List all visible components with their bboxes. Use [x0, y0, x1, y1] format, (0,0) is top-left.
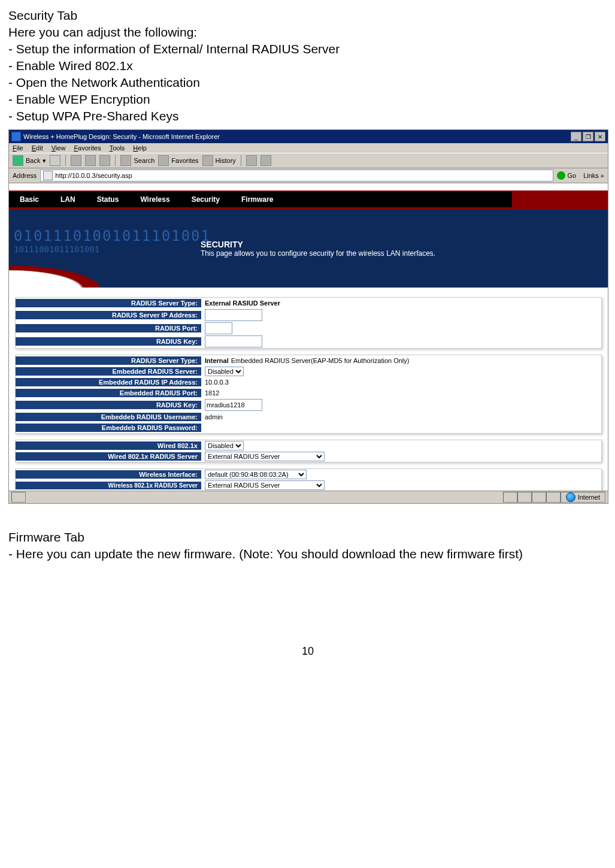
bullet-2: - Enable Wired 802.1x [8, 59, 607, 73]
favorites-button[interactable]: Favorites [158, 155, 198, 166]
wired-8021x-radius-label: Wired 802.1x RADIUS Server [16, 452, 201, 461]
print-button[interactable] [260, 155, 271, 166]
tab-lan[interactable]: LAN [50, 192, 86, 207]
wireless-8021x-radius-label: Wireless 802.1x RADIUS Server [16, 482, 201, 489]
section-heading: Security Tab [8, 8, 607, 23]
back-label: Back [26, 157, 40, 164]
menu-file[interactable]: File [13, 144, 23, 152]
radius-ip-label: RADIUS Server IP Address: [16, 311, 201, 319]
radius-type-label: RADIUS Server Type: [16, 299, 201, 307]
history-icon [202, 155, 213, 166]
search-button[interactable]: Search [120, 155, 154, 166]
emb-radius-key-label: RADIUS Key: [16, 401, 201, 409]
minimize-button[interactable]: _ [571, 132, 581, 141]
emb-radius-key-input[interactable] [205, 399, 262, 411]
hero-digits-2: 10111001011101001 [14, 244, 99, 254]
history-label: History [216, 157, 236, 164]
int-radius-type-label: RADIUS Server Type: [16, 356, 201, 365]
hero-banner: 01011101001011101001 10111001011101001 S… [9, 210, 608, 288]
nav-tabs: Basic LAN Status Wireless Security Firmw… [9, 190, 608, 207]
hero-swoosh [9, 254, 189, 288]
firmware-heading: Firmware Tab [8, 530, 607, 545]
menu-view[interactable]: View [51, 144, 66, 152]
hero-subtitle: This page allows you to configure securi… [201, 249, 435, 258]
favorites-icon [158, 155, 169, 166]
window-title: Wireless + HomePlug Design: Security - M… [23, 133, 220, 140]
tab-wireless[interactable]: Wireless [129, 192, 180, 207]
emb-radius-pass-label: Embeddeb RADIUS Password: [16, 424, 201, 432]
status-zone: Internet [561, 492, 605, 503]
mail-button[interactable] [246, 155, 257, 166]
radius-port-label: RADIUS Port: [16, 324, 201, 332]
emb-radius-ip-value: 10.0.0.3 [201, 378, 601, 386]
status-seg-3 [532, 492, 546, 503]
tab-security[interactable]: Security [181, 192, 231, 207]
wired-8021x-select[interactable]: Disabled [205, 441, 244, 450]
emb-radius-port-value: 1812 [201, 389, 601, 397]
home-button[interactable] [99, 155, 110, 166]
status-seg-2 [517, 492, 532, 503]
search-label: Search [134, 157, 154, 164]
internal-radius-block: RADIUS Server Type: Internal Embedded RA… [15, 355, 602, 434]
emb-radius-server-select[interactable]: Disabled [205, 367, 244, 376]
go-button[interactable]: Go [557, 171, 576, 180]
menu-help[interactable]: Help [133, 144, 147, 152]
forward-button[interactable] [50, 155, 60, 166]
maximize-button[interactable]: ❐ [583, 132, 593, 141]
external-radius-block: RADIUS Server Type: External RASIUD Serv… [15, 297, 602, 349]
links-label: Links [583, 172, 599, 179]
toolbar-sep [65, 155, 66, 166]
status-seg-1 [503, 492, 517, 503]
go-icon [557, 171, 565, 180]
wireless-interface-select[interactable]: default (00:90:4B:08:03:2A) [205, 470, 307, 479]
wired-8021x-label: Wired 802.1x [16, 441, 201, 450]
titlebar: Wireless + HomePlug Design: Security - M… [9, 130, 608, 143]
tab-firmware[interactable]: Firmware [231, 192, 284, 207]
emb-radius-pass-value [201, 427, 601, 428]
wireless-interface-label: Wireless Interface: [16, 470, 201, 479]
status-left [11, 492, 26, 503]
back-button[interactable]: Back ▾ [13, 155, 46, 166]
emb-radius-server-label: Embedded RADIUS Server: [16, 367, 201, 376]
firmware-text: - Here you can update the new firmware. … [8, 547, 607, 561]
bullet-4: - Enable WEP Encryption [8, 92, 607, 107]
address-input[interactable]: http://10.0.0.3/security.asp [40, 170, 553, 182]
ie-icon [11, 132, 21, 141]
emb-radius-user-label: Embeddeb RADIUS Username: [16, 413, 201, 421]
wired-8021x-block: Wired 802.1x Disabled Wired 802.1x RADIU… [15, 440, 602, 462]
wireless-8021x-radius-select[interactable]: External RADIUS Server [205, 480, 325, 490]
toolbar: Back ▾ Search Favorites History [9, 153, 608, 168]
wired-8021x-radius-select[interactable]: External RADIUS Server [205, 452, 325, 461]
menu-edit[interactable]: Edit [32, 144, 43, 152]
stop-button[interactable] [71, 155, 81, 166]
links-button[interactable]: Links » [583, 172, 604, 179]
status-seg-4 [546, 492, 561, 503]
refresh-button[interactable] [85, 155, 96, 166]
close-button[interactable]: ✕ [595, 132, 605, 141]
toolbar-sep-3 [241, 155, 241, 166]
radius-port-input[interactable] [205, 322, 232, 334]
int-radius-type-rest: Embedded RADIUS Server(EAP-MD5 for Autho… [231, 357, 410, 364]
menu-favorites[interactable]: Favorites [74, 144, 101, 152]
history-button[interactable]: History [202, 155, 236, 166]
go-label: Go [567, 172, 576, 179]
page-number: 10 [8, 645, 607, 658]
bullet-3: - Open the Network Authentication [8, 75, 607, 90]
tab-status[interactable]: Status [86, 192, 130, 207]
bullet-1: - Setup the information of External/ Int… [8, 42, 607, 56]
status-bar: Internet [9, 491, 608, 503]
page-content: Basic LAN Status Wireless Security Firmw… [9, 183, 608, 491]
hero-title: SECURITY [201, 240, 435, 249]
tab-basic[interactable]: Basic [9, 192, 50, 207]
address-bar: Address http://10.0.0.3/security.asp Go … [9, 168, 608, 183]
menu-bar: File Edit View Favorites Tools Help [9, 143, 608, 153]
menu-tools[interactable]: Tools [110, 144, 125, 152]
radius-ip-input[interactable] [205, 309, 262, 321]
emb-radius-port-label: Embedded RADIUS Port: [16, 389, 201, 397]
address-label: Address [13, 172, 37, 179]
bullet-5: - Setup WPA Pre-Shared Keys [8, 109, 607, 123]
radius-type-value: External RASIUD Server [205, 300, 280, 307]
wireless-interface-block: Wireless Interface: default (00:90:4B:08… [15, 468, 602, 491]
radius-key-input[interactable] [205, 335, 262, 347]
address-value: http://10.0.0.3/security.asp [55, 172, 132, 179]
